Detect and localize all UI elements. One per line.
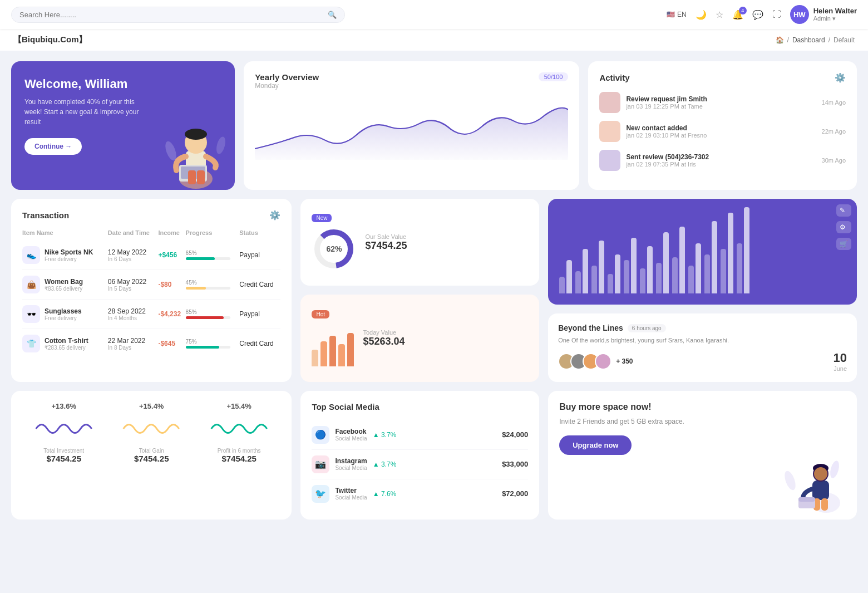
bar-dark bbox=[631, 238, 637, 293]
bar-group bbox=[608, 254, 620, 293]
progress-cell: 75% bbox=[186, 329, 240, 359]
transaction-header: Transaction ⚙️ bbox=[22, 210, 280, 220]
bar-dark bbox=[615, 254, 620, 293]
chart-action-2[interactable]: ⚙ bbox=[836, 221, 851, 233]
social-list: 🔵 Facebook Social Media ▲ 3.7% $24,000 📷… bbox=[312, 420, 528, 508]
home-icon[interactable]: 🏠 bbox=[776, 36, 784, 44]
stat-wave bbox=[198, 415, 280, 443]
social-name: Twitter bbox=[335, 487, 367, 494]
svg-point-22 bbox=[828, 459, 841, 479]
sale-new-card: New 62% Our Sale Value $7454.25 bbox=[300, 199, 539, 286]
avatar-group bbox=[558, 353, 611, 370]
income-value: +$456 bbox=[158, 251, 177, 259]
status-value: Paypal bbox=[239, 310, 260, 318]
bar-dark bbox=[583, 249, 588, 293]
chart-action-1[interactable]: ✎ bbox=[836, 204, 851, 217]
table-row: 👟 Nike Sports NK Free delivery 12 May 20… bbox=[22, 241, 280, 270]
progress-fill bbox=[186, 346, 219, 349]
progress-label: 45% bbox=[186, 280, 240, 286]
sale-hot-info: Today Value $5263.04 bbox=[363, 329, 405, 347]
svg-rect-5 bbox=[181, 166, 205, 179]
social-icon: 🐦 bbox=[312, 485, 329, 503]
bar-group bbox=[688, 243, 701, 293]
progress-bar bbox=[186, 257, 230, 260]
social-row: 📷 Instagram Social Media ▲ 3.7% $33,000 bbox=[312, 450, 528, 479]
social-pct: ▲ 3.7% bbox=[373, 431, 397, 439]
svg-rect-1 bbox=[186, 151, 206, 173]
date-month: June bbox=[834, 365, 847, 372]
welcome-card: Welcome, William You have completed 40% … bbox=[11, 61, 235, 190]
social-info: Twitter Social Media bbox=[335, 487, 367, 501]
activity-item-title: Sent review (504)236-7302 bbox=[626, 153, 709, 161]
chat-icon[interactable]: 💬 bbox=[752, 9, 763, 20]
bar-group bbox=[704, 221, 717, 293]
fullscreen-icon[interactable]: ⛶ bbox=[772, 9, 781, 19]
stats-grid: +13.6% Total Investment $7454.25 +15.4% … bbox=[22, 402, 280, 463]
beyond-header: Beyond the Lines 6 hours ago bbox=[558, 324, 847, 332]
bar-light bbox=[704, 254, 710, 293]
activity-item-sub: jan 02 19 03:10 PM at Fresno bbox=[626, 132, 707, 139]
star-icon[interactable]: ☆ bbox=[716, 9, 723, 20]
search-input[interactable] bbox=[19, 11, 328, 19]
table-row: 👜 Women Bag ₹83.65 delivery 06 May 2022 … bbox=[22, 270, 280, 300]
date-cell: 12 May 2022 In 6 Days bbox=[108, 241, 159, 270]
transaction-title: Transaction bbox=[22, 210, 69, 220]
social-val: $33,000 bbox=[502, 460, 528, 468]
activity-thumb bbox=[599, 121, 620, 142]
notifications-icon[interactable]: 🔔 4 bbox=[732, 9, 743, 20]
chart-action-3[interactable]: 🛒 bbox=[836, 238, 851, 250]
activity-settings-icon[interactable]: ⚙️ bbox=[835, 72, 846, 83]
row3: +13.6% Total Investment $7454.25 +15.4% … bbox=[11, 391, 857, 520]
social-val: $24,000 bbox=[502, 430, 528, 439]
table-header: Date and Time bbox=[108, 229, 159, 241]
search-bar[interactable]: 🔍 bbox=[11, 7, 345, 23]
stat-label: Total Investment bbox=[22, 448, 105, 454]
svg-point-0 bbox=[179, 169, 213, 189]
bar-dark bbox=[566, 260, 572, 293]
beyond-footer: + 350 10 June bbox=[558, 351, 847, 372]
stats-card: +13.6% Total Investment $7454.25 +15.4% … bbox=[11, 391, 292, 520]
transaction-settings-icon[interactable]: ⚙️ bbox=[269, 210, 280, 220]
social-info: Facebook Social Media bbox=[335, 428, 367, 442]
progress-fill bbox=[186, 316, 224, 319]
date-value: 06 May 2022 bbox=[108, 278, 159, 286]
progress-label: 75% bbox=[186, 339, 240, 345]
bar-group bbox=[575, 249, 588, 293]
income-value: -$645 bbox=[158, 340, 175, 347]
svg-rect-20 bbox=[798, 497, 815, 502]
activity-thumb bbox=[599, 150, 620, 171]
date-value: 28 Sep 2022 bbox=[108, 307, 159, 315]
status-cell: Credit Card bbox=[239, 270, 280, 300]
activity-card: Activity ⚙️ Review request jim Smith jan… bbox=[588, 61, 857, 190]
continue-button[interactable]: Continue → bbox=[24, 138, 82, 155]
beyond-desc: One Of the world,s brightest, young surf… bbox=[558, 336, 847, 345]
flag-icon: 🇺🇸 bbox=[667, 11, 675, 18]
item-sub: ₹283.65 delivery bbox=[45, 345, 88, 351]
activity-item-sub: jan 02 19 07:35 PM at Iris bbox=[626, 161, 709, 168]
progress-fill bbox=[186, 257, 215, 260]
user-profile[interactable]: HW Helen Walter Admin ▾ bbox=[790, 5, 857, 24]
date-value: 22 Mar 2022 bbox=[108, 337, 159, 345]
progress-bar bbox=[186, 316, 230, 319]
language-selector[interactable]: 🇺🇸 EN bbox=[667, 11, 687, 18]
user-role: Admin ▾ bbox=[813, 15, 857, 22]
activity-info: Sent review (504)236-7302 jan 02 19 07:3… bbox=[626, 153, 709, 168]
row1: Welcome, William You have completed 40% … bbox=[11, 61, 857, 190]
item-sub: ₹83.65 delivery bbox=[45, 286, 83, 292]
progress-label: 65% bbox=[186, 250, 240, 256]
item-cell: 🕶️ Sunglasses Free delivery bbox=[22, 300, 108, 329]
upgrade-button[interactable]: Upgrade now bbox=[559, 435, 632, 455]
bar-group bbox=[656, 232, 669, 293]
status-value: Paypal bbox=[239, 251, 260, 259]
activity-item-sub: jan 03 19 12:25 PM at Tame bbox=[626, 103, 707, 110]
avatar-4 bbox=[595, 353, 611, 370]
theme-toggle[interactable]: 🌙 bbox=[696, 9, 707, 20]
yearly-title: Yearly Overview bbox=[255, 72, 319, 82]
stat-label: Total Gain bbox=[110, 448, 193, 454]
svg-point-8 bbox=[163, 140, 178, 161]
stat-pct: +13.6% bbox=[22, 402, 105, 410]
breadcrumb-dashboard[interactable]: Dashboard bbox=[792, 36, 825, 44]
social-sub: Social Media bbox=[335, 435, 367, 442]
upgrade-desc: Invite 2 Friends and get 5 GB extra spac… bbox=[559, 416, 731, 427]
item-name: Sunglasses bbox=[45, 307, 82, 315]
